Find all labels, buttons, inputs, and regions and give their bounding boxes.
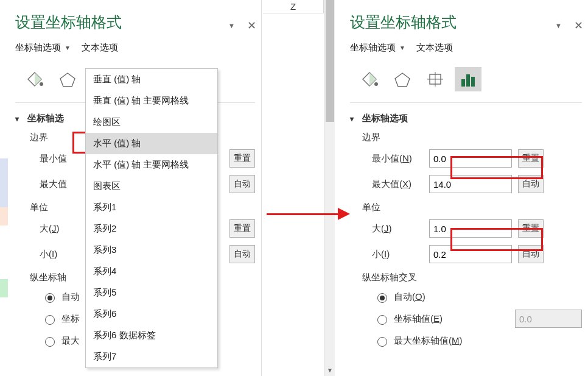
dropdown-item[interactable]: 垂直 (值) 轴 主要网格线 [86, 90, 217, 112]
tab-text-options[interactable]: 文本选项 [416, 42, 453, 54]
radio-axis-value[interactable] [377, 315, 387, 325]
dropdown-item[interactable]: 绘图区 [86, 112, 217, 133]
dropdown-item[interactable]: 系列4 [86, 261, 217, 282]
group-crosses: 纵坐标轴交叉 [350, 267, 582, 286]
radio-label: 最大坐标轴值(M) [394, 335, 463, 347]
radio-axis-value[interactable] [45, 315, 55, 325]
pane-menu-dropdown[interactable]: ▼ [548, 22, 569, 29]
reset-button[interactable]: 重置 [518, 219, 544, 238]
svg-marker-9 [395, 73, 410, 87]
minor-unit-input[interactable] [429, 245, 512, 263]
chevron-down-icon: ▾ [350, 115, 359, 123]
radio-label: 自动 [61, 291, 80, 303]
tab-axis-options[interactable]: 坐标轴选项 ▼ [15, 42, 71, 54]
fill-icon[interactable] [356, 67, 383, 91]
format-axis-pane-right: 设置坐标轴格式 ▼ ✕ 坐标轴选项 ▼ 文本选项 ▾ 坐标轴选项 [344, 0, 588, 376]
radio-max[interactable] [45, 337, 55, 347]
label-major-unit: 大(J) [40, 223, 87, 235]
size-icon[interactable] [422, 67, 449, 91]
label-major-unit: 大(J) [372, 223, 423, 235]
column-letter: Z [290, 1, 296, 12]
reset-button[interactable]: 重置 [518, 149, 544, 168]
dropdown-item[interactable]: 系列6 [86, 303, 217, 325]
pane-title: 设置坐标轴格式 [9, 0, 128, 38]
svg-rect-14 [466, 74, 470, 87]
section-label: 坐标轴选项 [362, 113, 408, 124]
label-max: 最大值 [40, 179, 87, 190]
category-icons [350, 59, 582, 103]
label-min: 最小值(N) [372, 153, 423, 165]
section-axis-options-header[interactable]: ▾ 坐标轴选项 [350, 110, 582, 127]
tab-label: 坐标轴选项 [350, 42, 396, 54]
max-input[interactable] [429, 175, 512, 193]
axis-value-input [515, 310, 582, 328]
svg-point-8 [374, 82, 378, 86]
group-bounds: 边界 [350, 127, 582, 146]
effects-icon[interactable] [54, 67, 81, 91]
axis-element-dropdown: 垂直 (值) 轴 垂直 (值) 轴 主要网格线 绘图区 水平 (值) 轴 水平 … [85, 68, 218, 368]
label-minor-unit: 小(I) [372, 249, 423, 260]
svg-marker-1 [60, 73, 75, 87]
chevron-down-icon: ▼ [65, 44, 71, 51]
dropdown-item[interactable]: 系列3 [86, 239, 217, 261]
reset-button[interactable]: 重置 [229, 219, 255, 238]
sheet-cell-strip [0, 207, 8, 225]
auto-button[interactable]: 自动 [229, 245, 255, 263]
radio-auto[interactable] [377, 293, 387, 303]
auto-button[interactable]: 自动 [229, 175, 255, 193]
dropdown-item-selected[interactable]: 水平 (值) 轴 [86, 133, 217, 154]
effects-icon[interactable] [389, 67, 416, 91]
format-axis-pane-left: 设置坐标轴格式 ▼ ✕ 坐标轴选项 ▼ 文本选项 ▾ 坐标轴选 [9, 0, 262, 376]
chevron-down-icon: ▼ [399, 44, 405, 51]
dropdown-item[interactable]: 垂直 (值) 轴 [86, 69, 217, 90]
dropdown-item[interactable]: 图表区 [86, 176, 217, 197]
tab-axis-options[interactable]: 坐标轴选项 ▼ [350, 42, 405, 54]
svg-rect-13 [461, 79, 465, 87]
sheet-cell-strip [0, 158, 8, 207]
vertical-scrollbar[interactable]: ▼ [324, 0, 335, 376]
label-minor-unit: 小(I) [40, 249, 87, 260]
svg-rect-15 [471, 77, 475, 87]
group-units: 单位 [350, 197, 582, 216]
reset-button[interactable]: 重置 [229, 149, 255, 168]
dropdown-item[interactable]: 系列2 [86, 218, 217, 239]
sheet-cell-strip [0, 279, 8, 297]
chevron-down-icon: ▾ [15, 115, 24, 123]
section-label: 坐标轴选 [27, 113, 64, 124]
dropdown-item[interactable]: 系列6 数据标签 [86, 325, 217, 346]
label-min: 最小值 [40, 153, 87, 165]
radio-auto[interactable] [45, 293, 55, 303]
major-unit-input[interactable] [429, 219, 512, 238]
auto-button[interactable]: 自动 [518, 175, 544, 193]
fill-icon[interactable] [21, 67, 48, 91]
tab-text-options[interactable]: 文本选项 [82, 42, 118, 54]
pane-title: 设置坐标轴格式 [344, 0, 463, 38]
scrollbar-thumb[interactable] [326, 0, 334, 122]
scroll-down-icon[interactable]: ▼ [324, 365, 335, 376]
auto-button[interactable]: 自动 [518, 245, 544, 263]
radio-label: 坐标轴值(E) [394, 313, 443, 325]
radio-max[interactable] [377, 337, 387, 347]
radio-label: 最大 [61, 335, 80, 347]
pane-menu-dropdown[interactable]: ▼ [221, 22, 242, 29]
svg-point-0 [40, 82, 43, 86]
column-header[interactable]: Z [263, 0, 324, 13]
dropdown-item[interactable]: 系列5 [86, 282, 217, 303]
min-input[interactable] [429, 149, 512, 168]
close-icon[interactable]: ✕ [569, 19, 588, 32]
chart-icon[interactable] [455, 67, 481, 91]
label-max: 最大值(X) [372, 179, 423, 190]
radio-label: 坐标 [61, 313, 80, 325]
close-icon[interactable]: ✕ [242, 19, 261, 32]
dropdown-item[interactable]: 水平 (值) 轴 主要网格线 [86, 154, 217, 176]
annotation-arrow [267, 210, 352, 219]
dropdown-item[interactable]: 系列7 [86, 346, 217, 367]
tab-label: 文本选项 [82, 42, 118, 54]
tab-label: 文本选项 [416, 42, 453, 54]
radio-label: 自动(O) [394, 291, 425, 303]
dropdown-item[interactable]: 系列1 [86, 197, 217, 218]
tab-label: 坐标轴选项 [15, 42, 61, 54]
